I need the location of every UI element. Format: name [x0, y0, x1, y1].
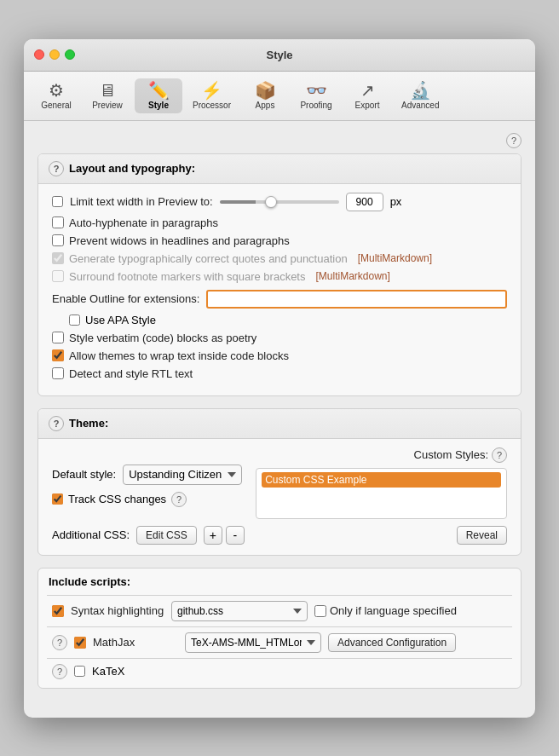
- prevent-widows-checkbox[interactable]: [52, 234, 64, 246]
- syntax-highlighting-row: Syntax highlighting github.css monokai.c…: [38, 596, 521, 626]
- track-css-label: Track CSS changes: [68, 493, 166, 505]
- theme-section: ? Theme: Default style: Upstanding Citiz…: [37, 408, 522, 556]
- maximize-button[interactable]: [65, 49, 75, 60]
- custom-styles-label: Custom Styles:: [414, 448, 488, 461]
- auto-hyphenate-row: Auto-hyphenate in paragraphs: [52, 216, 507, 229]
- layout-help-button[interactable]: ?: [49, 161, 64, 176]
- add-css-button[interactable]: +: [204, 526, 222, 545]
- auto-hyphenate-label: Auto-hyphenate in paragraphs: [69, 216, 218, 229]
- style-verbatim-label: Style verbatim (code) blocks as poetry: [69, 332, 256, 344]
- surround-footnote-tag: [MultiMarkdown]: [315, 270, 389, 282]
- detect-rtl-row: Detect and style RTL text: [52, 367, 507, 380]
- prevent-widows-row: Prevent widows in headlines and paragrap…: [52, 234, 507, 247]
- typographic-quotes-tag: [MultiMarkdown]: [358, 252, 432, 264]
- scripts-section-title: Include scripts:: [49, 575, 130, 588]
- content-area: ? ? Layout and typography: Limit text wi…: [24, 121, 535, 718]
- toolbar-item-advanced[interactable]: 🔬 Advanced: [395, 78, 446, 113]
- track-css-checkbox[interactable]: [52, 493, 63, 505]
- style-verbatim-checkbox[interactable]: [52, 332, 64, 343]
- edit-css-button[interactable]: Edit CSS: [136, 526, 197, 545]
- toolbar-item-proofing[interactable]: 👓 Proofing: [292, 78, 340, 113]
- theme-section-title: Theme:: [69, 417, 108, 430]
- typographic-quotes-label: Generate typographically correct quotes …: [69, 252, 348, 265]
- track-css-help-button[interactable]: ?: [171, 492, 187, 507]
- custom-styles-help-button[interactable]: ?: [492, 447, 507, 463]
- global-help-button[interactable]: ?: [506, 133, 522, 148]
- titlebar: Style: [24, 39, 535, 72]
- toolbar-label-advanced: Advanced: [401, 101, 439, 110]
- custom-styles-header: Custom Styles: ?: [256, 447, 507, 463]
- toolbar-item-style[interactable]: ✏️ Style: [135, 78, 182, 113]
- outline-input[interactable]: [206, 290, 507, 309]
- reveal-button[interactable]: Reveal: [457, 526, 507, 545]
- toolbar-item-general[interactable]: ⚙ General: [32, 78, 80, 113]
- custom-css-list[interactable]: Custom CSS Example: [256, 468, 507, 519]
- mathjax-help-button[interactable]: ?: [52, 635, 67, 650]
- css-buttons: + -: [204, 526, 245, 545]
- custom-css-item[interactable]: Custom CSS Example: [262, 472, 501, 488]
- allow-themes-row: Allow themes to wrap text inside code bl…: [52, 349, 507, 362]
- limit-text-width-checkbox[interactable]: [52, 196, 63, 207]
- track-css-row: Track CSS changes ?: [52, 492, 242, 507]
- mathjax-select[interactable]: TeX-AMS-MML_HTMLor... TeX-AMS_HTML MML_H…: [185, 632, 321, 653]
- auto-hyphenate-checkbox[interactable]: [52, 216, 64, 228]
- px-input[interactable]: [346, 193, 383, 211]
- layout-section: ? Layout and typography: Limit text widt…: [37, 153, 522, 396]
- typographic-quotes-checkbox: [52, 252, 64, 264]
- scripts-section-header: Include scripts:: [38, 568, 521, 595]
- outline-label: Enable Outline for extensions:: [52, 292, 199, 305]
- layout-section-header: ? Layout and typography:: [38, 154, 521, 184]
- outline-row: Enable Outline for extensions:: [52, 290, 507, 309]
- toolbar: ⚙ General 🖥 Preview ✏️ Style ⚡ Processor…: [24, 72, 535, 121]
- theme-section-header: ? Theme:: [38, 409, 521, 439]
- global-help-area: ?: [37, 130, 522, 153]
- theme-right-col: Custom Styles: ? Custom CSS Example: [256, 447, 507, 519]
- syntax-highlighting-select[interactable]: github.css monokai.css solarized-dark.cs…: [171, 601, 308, 621]
- katex-label: KaTeX: [92, 665, 124, 678]
- preview-icon: 🖥: [99, 82, 116, 99]
- only-if-checkbox[interactable]: [314, 605, 326, 617]
- syntax-highlighting-checkbox[interactable]: [52, 605, 64, 617]
- detect-rtl-checkbox[interactable]: [52, 367, 64, 379]
- px-label: px: [390, 195, 402, 208]
- mathjax-row: ? MathJax TeX-AMS-MML_HTMLor... TeX-AMS_…: [38, 627, 521, 658]
- use-apa-checkbox[interactable]: [69, 315, 80, 326]
- advanced-icon: 🔬: [410, 82, 431, 99]
- processor-icon: ⚡: [201, 82, 222, 99]
- toolbar-label-preview: Preview: [92, 101, 123, 110]
- remove-css-button[interactable]: -: [226, 526, 245, 545]
- close-button[interactable]: [34, 49, 44, 60]
- katex-help-button[interactable]: ?: [52, 664, 67, 679]
- layout-section-body: Limit text width in Preview to: px Auto-…: [38, 184, 521, 395]
- allow-themes-label: Allow themes to wrap text inside code bl…: [69, 349, 289, 362]
- toolbar-item-export[interactable]: ↗ Export: [343, 78, 391, 113]
- default-style-select[interactable]: Upstanding Citizen Default GitHub: [123, 465, 242, 485]
- mathjax-label: MathJax: [93, 636, 178, 649]
- limit-text-width-label: Limit text width in Preview to:: [70, 195, 213, 208]
- toolbar-label-apps: Apps: [256, 101, 275, 110]
- additional-css-label: Additional CSS:: [52, 528, 130, 541]
- katex-checkbox[interactable]: [74, 666, 85, 677]
- export-icon: ↗: [360, 82, 375, 99]
- toolbar-label-proofing: Proofing: [300, 101, 331, 110]
- traffic-lights: [34, 49, 75, 60]
- toolbar-item-preview[interactable]: 🖥 Preview: [84, 78, 131, 113]
- only-if-row: Only if language specified: [314, 604, 457, 617]
- minimize-button[interactable]: [49, 49, 60, 60]
- theme-section-body: Default style: Upstanding Citizen Defaul…: [38, 439, 521, 555]
- advanced-config-button[interactable]: Advanced Configuration: [328, 633, 456, 652]
- width-slider[interactable]: [220, 200, 339, 204]
- additional-css-row: Additional CSS: Edit CSS + - Reveal: [52, 526, 507, 545]
- toolbar-item-processor[interactable]: ⚡ Processor: [186, 78, 238, 113]
- gear-icon: ⚙: [49, 82, 64, 99]
- toolbar-item-apps[interactable]: 📦 Apps: [241, 78, 289, 113]
- mathjax-checkbox[interactable]: [74, 637, 86, 649]
- window-title: Style: [266, 49, 292, 61]
- style-icon: ✏️: [148, 82, 170, 99]
- theme-help-button[interactable]: ?: [49, 416, 64, 431]
- scripts-section: Include scripts: Syntax highlighting git…: [37, 568, 522, 689]
- default-style-label: Default style:: [52, 468, 116, 481]
- allow-themes-checkbox[interactable]: [52, 349, 64, 361]
- katex-row: ? KaTeX: [38, 659, 521, 688]
- only-if-label-text: Only if language specified: [330, 604, 457, 617]
